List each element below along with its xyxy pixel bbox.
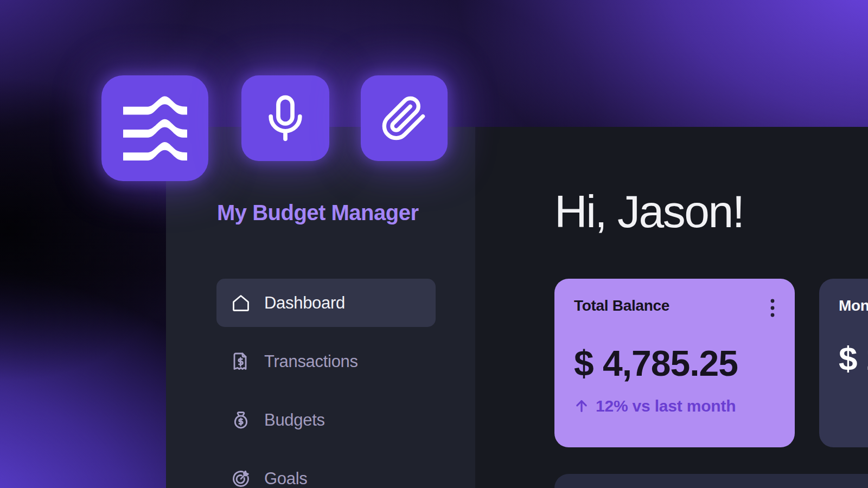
secondary-stat-card: Mon $ 1: [819, 279, 868, 447]
sidebar-item-label: Budgets: [264, 410, 325, 430]
goal-target-icon: [231, 469, 251, 488]
stat-cards-row: Total Balance $ 4,785.25 12% vs last mon…: [554, 279, 868, 447]
bottom-section-panel: [554, 474, 868, 488]
trend-row: 12% vs last month: [574, 397, 775, 415]
sidebar-item-budgets[interactable]: Budgets: [216, 396, 436, 444]
sidebar-item-label: Transactions: [264, 352, 358, 371]
attachment-button[interactable]: [361, 75, 448, 161]
kebab-menu-icon[interactable]: [770, 298, 775, 318]
microphone-icon: [260, 93, 310, 143]
app-window: My Budget Manager Dashboard: [166, 127, 868, 488]
app-title: My Budget Manager: [217, 201, 419, 225]
sidebar-item-dashboard[interactable]: Dashboard: [216, 279, 436, 327]
total-balance-card: Total Balance $ 4,785.25 12% vs last mon…: [554, 279, 795, 447]
main-content: Hi, Jason! Total Balance $ 4,785.25: [475, 127, 868, 488]
money-bag-icon: [231, 410, 251, 430]
sidebar-item-transactions[interactable]: Transactions: [216, 337, 436, 386]
sidebar-item-goals[interactable]: Goals: [216, 454, 436, 488]
greeting-heading: Hi, Jason!: [554, 185, 744, 238]
card-title: Total Balance: [574, 297, 775, 314]
card-title: Mon: [839, 297, 868, 314]
voice-input-button[interactable]: [241, 75, 329, 161]
home-icon: [231, 293, 251, 313]
sidebar: My Budget Manager Dashboard: [166, 127, 475, 488]
trend-text: 12% vs last month: [596, 397, 736, 415]
paperclip-icon: [380, 94, 428, 142]
sidebar-nav: Dashboard Transactions: [216, 279, 436, 488]
arrow-up-icon: [574, 399, 589, 414]
waves-logo-icon: [123, 95, 187, 162]
app-logo-button[interactable]: [101, 75, 208, 181]
secondary-amount: $ 1: [839, 339, 868, 377]
sidebar-item-label: Dashboard: [264, 293, 345, 313]
receipt-icon: [231, 352, 251, 371]
balance-amount: $ 4,785.25: [574, 343, 775, 384]
sidebar-item-label: Goals: [264, 469, 307, 488]
